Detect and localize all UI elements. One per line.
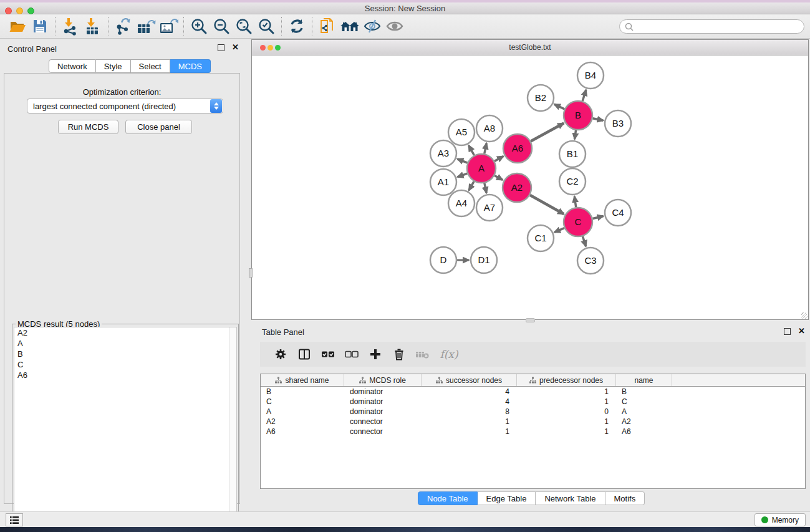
column-header-label: name [634, 376, 653, 385]
node-table[interactable]: shared nameMCDS rolesuccessor nodesprede… [260, 374, 806, 489]
graph-edge-A6-B[interactable] [531, 123, 564, 141]
tab-network-table[interactable]: Network Table [536, 491, 605, 505]
graph-edge-C-C4[interactable] [592, 216, 603, 218]
table-cell: dominator [344, 397, 422, 406]
column-header-label: successor nodes [446, 376, 502, 385]
table-row[interactable]: A2connector11A2 [261, 417, 805, 427]
create-column-button[interactable] [364, 345, 387, 364]
import-network-button[interactable] [60, 16, 81, 36]
memory-button[interactable]: Memory [755, 513, 806, 526]
hide-graphics-details-button[interactable] [362, 16, 383, 36]
column-header-shared-name[interactable]: shared name [261, 374, 344, 386]
graph-edge-B-B4[interactable] [582, 90, 586, 101]
result-list-item[interactable]: A [14, 338, 236, 349]
hierarchy-icon [436, 377, 443, 384]
deselect-all-rows-button[interactable] [340, 345, 364, 364]
graph-edge-C-C2[interactable] [574, 196, 576, 207]
table-row[interactable]: A6connector11A6 [261, 427, 805, 437]
control-panel-tabs: Network Style Select MCDS [49, 59, 211, 73]
tab-node-table[interactable]: Node Table [418, 491, 478, 505]
mcds-result-list[interactable]: A2ABCA6 [14, 327, 237, 532]
search-input[interactable] [637, 22, 804, 31]
zoom-in-button[interactable] [188, 16, 210, 36]
graph-edge-A-A8[interactable] [485, 143, 486, 154]
graph-edge-A-A7[interactable] [485, 183, 486, 193]
tab-edge-table[interactable]: Edge Table [478, 491, 536, 505]
network-graph[interactable]: B4B2BB3A5A8A6B1A3AC2A1A2A4A7C4CC1C3DD1 [252, 56, 808, 319]
close-traffic-light[interactable] [5, 7, 12, 14]
network-minimize-traffic-light[interactable] [268, 45, 273, 51]
refresh-button[interactable] [286, 16, 307, 36]
graph-edge-A-A5[interactable] [469, 145, 475, 155]
table-cell: 0 [517, 407, 616, 416]
select-all-rows-button[interactable] [316, 345, 340, 364]
graph-edge-A-A4[interactable] [469, 181, 474, 190]
zoom-fit-button[interactable] [233, 16, 254, 36]
graph-edge-B-B2[interactable] [554, 104, 565, 109]
delete-table-icon [415, 348, 430, 360]
result-list-item[interactable]: B [14, 349, 236, 359]
graph-edge-C-C3[interactable] [582, 236, 586, 246]
home-view-button[interactable] [339, 16, 360, 36]
zoom-traffic-light[interactable] [27, 7, 34, 14]
delete-column-button[interactable] [387, 345, 411, 364]
table-row[interactable]: Cdominator41C [261, 397, 805, 407]
export-network-button[interactable] [113, 16, 134, 36]
tab-style[interactable]: Style [96, 59, 131, 73]
table-header-row: shared nameMCDS rolesuccessor nodesprede… [261, 374, 805, 387]
titlebar: Session: New Session [0, 2, 810, 14]
import-table-button[interactable] [82, 16, 104, 36]
minimize-traffic-light[interactable] [16, 7, 23, 14]
result-list-scrollbar[interactable] [229, 327, 236, 532]
tab-network[interactable]: Network [49, 59, 96, 73]
horizontal-splitter-handle[interactable] [526, 318, 535, 322]
graph-edge-B-B3[interactable] [593, 118, 604, 120]
graph-edge-A-A1[interactable] [458, 173, 468, 177]
network-close-traffic-light[interactable] [260, 45, 266, 51]
table-row[interactable]: Adominator80A [261, 407, 805, 417]
result-list-item[interactable]: A6 [14, 370, 236, 380]
close-table-panel-icon[interactable]: ✕ [798, 326, 805, 336]
float-panel-icon[interactable] [218, 44, 224, 51]
open-session-button[interactable] [7, 16, 28, 36]
save-floppy-icon [32, 18, 48, 34]
tab-select[interactable]: Select [131, 59, 170, 73]
run-mcds-button[interactable]: Run MCDS [58, 120, 118, 134]
table-row[interactable]: Bdominator41B [261, 387, 805, 397]
network-canvas[interactable]: B4B2BB3A5A8A6B1A3AC2A1A2A4A7C4CC1C3DD1 [252, 56, 808, 319]
task-history-button[interactable] [6, 513, 23, 526]
graph-edge-A2-C[interactable] [530, 195, 564, 215]
column-header-predecessor-nodes[interactable]: predecessor nodes [517, 374, 616, 386]
graph-edge-A-A3[interactable] [457, 159, 467, 163]
window-resize-grip[interactable] [801, 312, 808, 319]
table-cell: dominator [344, 407, 422, 416]
duplicate-network-button[interactable] [317, 16, 338, 36]
show-column-panel-button[interactable] [292, 345, 316, 364]
save-session-button[interactable] [29, 16, 51, 36]
tab-mcds[interactable]: MCDS [170, 59, 211, 73]
graph-edge-A-A6[interactable] [494, 157, 503, 162]
column-header-MCDS-role[interactable]: MCDS role [344, 374, 422, 386]
export-table-button[interactable] [135, 16, 157, 36]
tab-motifs[interactable]: Motifs [605, 491, 645, 505]
column-header-successor-nodes[interactable]: successor nodes [422, 374, 517, 386]
close-panel-icon[interactable]: ✕ [232, 42, 239, 52]
graph-edge-A-A2[interactable] [494, 175, 503, 180]
column-header-name[interactable]: name [616, 374, 672, 386]
close-panel-button[interactable]: Close panel [125, 120, 192, 134]
panel-splitter-handle[interactable] [249, 268, 253, 278]
criterion-dropdown[interactable]: largest connected component (directed) [27, 99, 223, 114]
float-table-panel-icon[interactable] [784, 328, 791, 335]
result-list-item[interactable]: A2 [14, 327, 236, 338]
graph-edge-C-C1[interactable] [554, 228, 564, 233]
result-list-item[interactable]: C [14, 359, 236, 370]
zoom-out-button[interactable] [211, 16, 232, 36]
toolbar-search[interactable] [619, 19, 804, 34]
export-image-button[interactable] [158, 16, 179, 36]
table-settings-button[interactable] [269, 345, 292, 364]
graph-edge-B-B1[interactable] [574, 130, 576, 139]
zoom-selected-button[interactable] [256, 16, 277, 36]
graph-node-label-C1: C1 [534, 233, 546, 243]
network-zoom-traffic-light[interactable] [275, 45, 281, 51]
show-graphics-details-button[interactable] [384, 16, 405, 36]
